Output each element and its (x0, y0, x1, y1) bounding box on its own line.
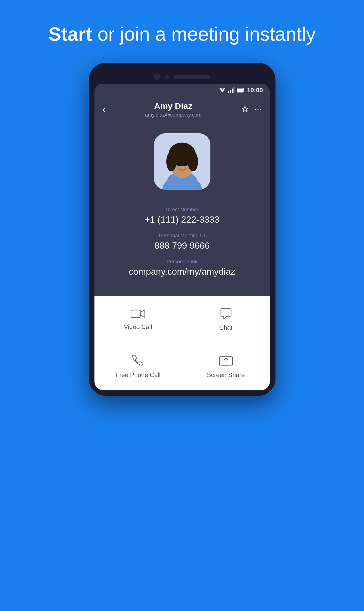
svg-point-18 (187, 154, 194, 163)
header-actions: ⋯ (241, 105, 262, 114)
contact-details: Direct Number +1 (111) 222-3333 Personal… (94, 204, 270, 296)
contact-info: Amy Diaz amy.diaz@company.com (145, 101, 202, 118)
chat-button[interactable]: Chat (182, 296, 270, 343)
svg-rect-7 (237, 89, 243, 92)
avatar-image (154, 133, 210, 190)
battery-icon (237, 88, 245, 93)
meeting-id-value: 888 799 9666 (94, 240, 270, 251)
svg-point-21 (177, 162, 180, 165)
header-bold: Start (48, 23, 92, 45)
svg-rect-1 (228, 91, 229, 93)
speaker-bar (174, 75, 210, 79)
direct-number-value: +1 (111) 222-3333 (94, 214, 270, 225)
free-phone-call-label: Free Phone Call (116, 371, 161, 379)
screen-share-label: Screen Share (207, 371, 245, 379)
phone-icon (132, 354, 144, 367)
video-call-button[interactable]: Video Call (94, 296, 182, 343)
video-call-label: Video Call (124, 323, 152, 331)
svg-point-20 (191, 162, 197, 170)
personal-link-value: company.com/my/amydiaz (94, 266, 270, 277)
personal-link-label: Personal Link (94, 259, 270, 265)
wifi-icon (219, 87, 226, 93)
contact-name: Amy Diaz (145, 101, 202, 111)
chat-label: Chat (219, 324, 232, 332)
avatar-section (94, 125, 270, 204)
svg-point-19 (167, 162, 173, 170)
svg-rect-4 (233, 87, 234, 93)
phone-frame: 10:00 ‹ Amy Diaz amy.diaz@company.com ⋯ (89, 63, 275, 396)
back-button[interactable]: ‹ (102, 104, 106, 115)
actions-grid: Video Call Chat Free Phone Call (94, 296, 270, 390)
time-display: 10:00 (247, 87, 263, 94)
phone-screen: 10:00 ‹ Amy Diaz amy.diaz@company.com ⋯ (94, 84, 270, 390)
page-header: Start or join a meeting instantly (48, 23, 316, 46)
screen-share-icon (219, 354, 233, 367)
svg-rect-6 (244, 89, 244, 91)
video-call-icon (131, 309, 145, 319)
avatar (154, 133, 210, 190)
phone-notch (94, 68, 270, 84)
header-rest: or join a meeting instantly (92, 23, 316, 45)
camera-icon (154, 74, 160, 80)
direct-number-label: Direct Number (94, 207, 270, 213)
svg-marker-0 (221, 90, 224, 92)
more-button[interactable]: ⋯ (254, 105, 262, 114)
svg-rect-23 (131, 310, 140, 317)
status-icons: 10:00 (219, 87, 263, 94)
contact-email: amy.diaz@company.com (145, 112, 202, 118)
camera-icon-2 (165, 74, 169, 79)
chat-icon (220, 308, 232, 320)
free-phone-call-button[interactable]: Free Phone Call (94, 343, 182, 390)
status-bar: 10:00 (94, 84, 270, 97)
svg-rect-2 (230, 90, 231, 93)
star-icon[interactable] (241, 105, 249, 114)
contact-header: ‹ Amy Diaz amy.diaz@company.com ⋯ (94, 97, 270, 125)
meeting-id-label: Personal Meeting ID (94, 233, 270, 239)
signal-icon (228, 87, 234, 93)
svg-rect-3 (232, 89, 233, 93)
svg-point-22 (184, 162, 187, 165)
screen-share-button[interactable]: Screen Share (182, 343, 270, 390)
svg-point-17 (170, 154, 177, 163)
